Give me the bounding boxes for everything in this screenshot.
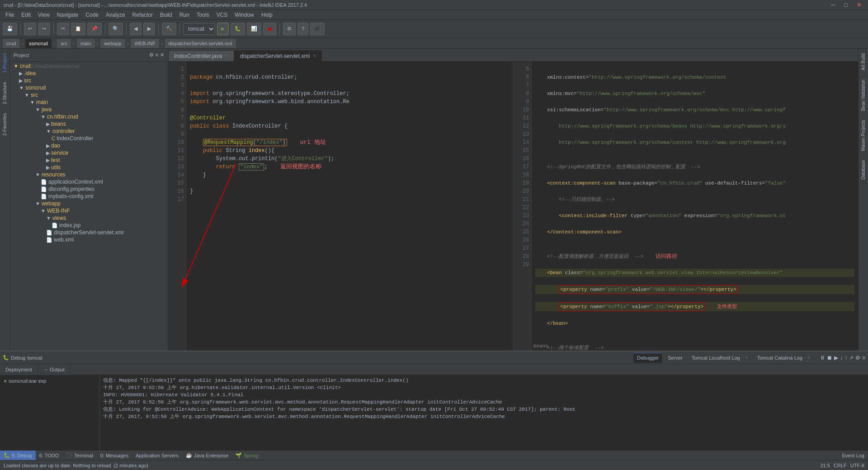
copy-button[interactable]: 📋 [71, 23, 85, 35]
bottom-tab-javaenterprise[interactable]: ☕ Java Enterprise [182, 451, 232, 461]
coverage-button[interactable]: 📊 [247, 23, 261, 35]
dispatcher-tab-close[interactable]: ✕ [312, 53, 316, 58]
menu-refactor[interactable]: Refactor [129, 11, 156, 19]
sidebar-tab-artbuild[interactable]: Art Build [859, 49, 868, 75]
cut-button[interactable]: ✂ [57, 23, 69, 35]
debug-button[interactable]: 🐛 [231, 23, 245, 35]
sidebar-tab-database[interactable]: Database [859, 156, 868, 184]
tree-item-ssmcrud[interactable]: ▼ ssmcrud [10, 84, 168, 91]
tree-item-indexjsp[interactable]: 📄 index.jsp [10, 222, 168, 229]
undo-button[interactable]: ↩ [24, 23, 36, 35]
tree-item-crud-root[interactable]: ▼ crud D:\IdeaDataSource\crud [10, 62, 168, 70]
stop-button[interactable]: ⏹ [263, 23, 276, 35]
menu-analyze[interactable]: Analyze [102, 11, 129, 19]
tree-item-test[interactable]: ▶ test [10, 157, 168, 164]
debug-ctrl-6[interactable]: ↗ [849, 355, 854, 361]
terminal-button[interactable]: ⬛ [310, 23, 325, 35]
forward-button[interactable]: ▶ [143, 23, 155, 35]
menu-view[interactable]: View [34, 11, 53, 19]
menu-vcs[interactable]: VCS [213, 11, 231, 19]
tree-item-idea[interactable]: ▶ .idea [10, 70, 168, 77]
tree-item-appcontext[interactable]: 📄 applicationContext.xml [10, 178, 168, 185]
menu-build[interactable]: Build [156, 11, 176, 19]
minimize-button[interactable]: ─ [828, 0, 838, 9]
maximize-button[interactable]: □ [841, 0, 850, 9]
tree-item-main[interactable]: ▼ main [10, 99, 168, 106]
debug-ctrl-8[interactable]: ≡ [862, 355, 865, 361]
debug-ctrl-7[interactable]: ⚙ [855, 355, 860, 361]
tree-item-dbconfig[interactable]: 📄 dbconfig.properties [10, 185, 168, 193]
breadcrumb-webapp[interactable]: webapp [100, 39, 125, 48]
deploy-item-ssmcrud[interactable]: ● ssmcrud:war exp [2, 377, 97, 385]
menu-code[interactable]: Code [82, 11, 102, 19]
debug-ctrl-5[interactable]: ↑ [844, 355, 847, 361]
debug-tab-tomcatcatalina[interactable]: Tomcat Catalina Log →✕ [754, 353, 814, 363]
tab-indexcontroller[interactable]: IndexController.java ✕ [168, 50, 234, 61]
debug-tab-server[interactable]: Server [664, 353, 686, 363]
debug-ctrl-4[interactable]: ↓ [840, 355, 843, 361]
event-log[interactable]: Event Log [838, 452, 868, 459]
tree-item-dispatcher[interactable]: 📄 dispatcherServlet-servlet.xml [10, 229, 168, 236]
menu-tools[interactable]: Tools [193, 11, 213, 19]
menu-help[interactable]: Help [258, 11, 276, 19]
sidebar-tab-project[interactable]: 1-Project [0, 49, 9, 77]
xml-code-lines[interactable]: xmlns:context="http://www.springframewor… [532, 62, 859, 351]
tree-item-package[interactable]: ▼ cn.hfbin.crud [10, 113, 168, 120]
tree-item-src[interactable]: ▼ src [10, 91, 168, 99]
indexcontroller-tab-close[interactable]: ✕ [225, 53, 228, 58]
debug-ctrl-1[interactable]: ⏸ [820, 355, 825, 361]
debug-ctrl-2[interactable]: ⏹ [827, 355, 832, 361]
run-config-select[interactable]: tomcat [183, 23, 215, 35]
sidebar-tab-beanvalidation[interactable]: Bean Validation [859, 75, 868, 115]
breadcrumb-src[interactable]: src [57, 39, 71, 48]
breadcrumb-crud[interactable]: crud [3, 39, 19, 48]
back-button[interactable]: ◀ [130, 23, 142, 35]
redo-button[interactable]: ↪ [38, 23, 50, 35]
debug-tab-debugger[interactable]: Debugger [633, 353, 662, 363]
save-button[interactable]: 💾 [3, 23, 17, 35]
tree-item-controller[interactable]: ▼ controller [10, 128, 168, 135]
project-settings-icon[interactable]: ⚙ [149, 52, 154, 58]
tree-item-indexcontroller[interactable]: C IndexController [10, 135, 168, 142]
menu-edit[interactable]: Edit [18, 11, 34, 19]
breadcrumb-main[interactable]: main [77, 39, 95, 48]
tree-item-resources[interactable]: ▼ resources [10, 171, 168, 178]
search-button[interactable]: 🔍 [108, 23, 123, 35]
tree-item-dao[interactable]: ▶ dao [10, 142, 168, 149]
bottom-tab-debug[interactable]: 🐛 5: Debug [0, 451, 36, 461]
bottom-tab-terminal[interactable]: ⬛ Terminal [62, 451, 97, 461]
breadcrumb-webinf[interactable]: WEB-INF [131, 39, 159, 48]
run-button[interactable]: ▶ [217, 23, 229, 35]
project-expand-icon[interactable]: ≡ [156, 52, 158, 58]
help-button[interactable]: ? [297, 23, 308, 35]
sidebar-tab-favorites[interactable]: 2-Favorites [0, 109, 9, 140]
tree-item-mybatis[interactable]: 📄 mybatis-config.xml [10, 193, 168, 200]
paste-button[interactable]: 📌 [87, 23, 102, 35]
tree-item-beans[interactable]: ▶ beans [10, 120, 168, 128]
menu-navigate[interactable]: Navigate [53, 11, 82, 19]
build-button[interactable]: 🔨 [162, 23, 176, 35]
close-button[interactable]: ✕ [854, 0, 864, 9]
tree-item-views[interactable]: ▼ views [10, 214, 168, 222]
tree-item-webapp[interactable]: ▼ webapp [10, 200, 168, 207]
project-close-icon[interactable]: ✕ [160, 52, 164, 58]
menu-run[interactable]: Run [176, 11, 193, 19]
menu-window[interactable]: Window [231, 11, 258, 19]
tree-item-service[interactable]: ▶ service [10, 149, 168, 157]
debug-tab-tomcatlocalhost[interactable]: Tomcat Localhost Log →✕ [688, 353, 752, 363]
debug-ctrl-3[interactable]: ▶ [834, 355, 838, 361]
menu-file[interactable]: File [2, 11, 18, 19]
bottom-tab-spring[interactable]: 🌱 Spring [232, 451, 262, 461]
tab-dispatcher[interactable]: dispatcherServlet-servlet.xml ✕ [234, 50, 322, 61]
tree-item-webinf[interactable]: ▼ WEB-INF [10, 207, 168, 214]
output-tab[interactable]: → Output [38, 364, 71, 375]
sidebar-tab-maven[interactable]: Maven Projects [859, 115, 868, 156]
java-code-lines[interactable]: package cn.hfbin.crud.controller; import… [186, 62, 513, 351]
breadcrumb-dispatcher[interactable]: dispatcherServlet-servlet.xml [165, 39, 236, 48]
bottom-tab-messages[interactable]: 0: Messages [97, 451, 132, 461]
bottom-tab-todo[interactable]: 6: TODO [36, 451, 63, 461]
sidebar-tab-structure[interactable]: 2-Structure [0, 77, 9, 109]
tree-item-webxml[interactable]: 📄 web.xml [10, 236, 168, 243]
tree-item-src-root[interactable]: ▶ src [10, 77, 168, 84]
breadcrumb-ssmcrud[interactable]: ssmcrud [25, 39, 52, 48]
